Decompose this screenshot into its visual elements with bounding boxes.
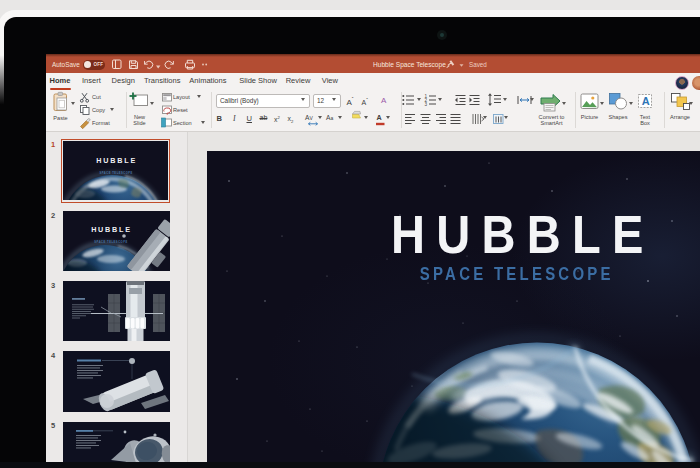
svg-text:A: A bbox=[642, 95, 650, 107]
svg-text:3: 3 bbox=[425, 102, 428, 107]
